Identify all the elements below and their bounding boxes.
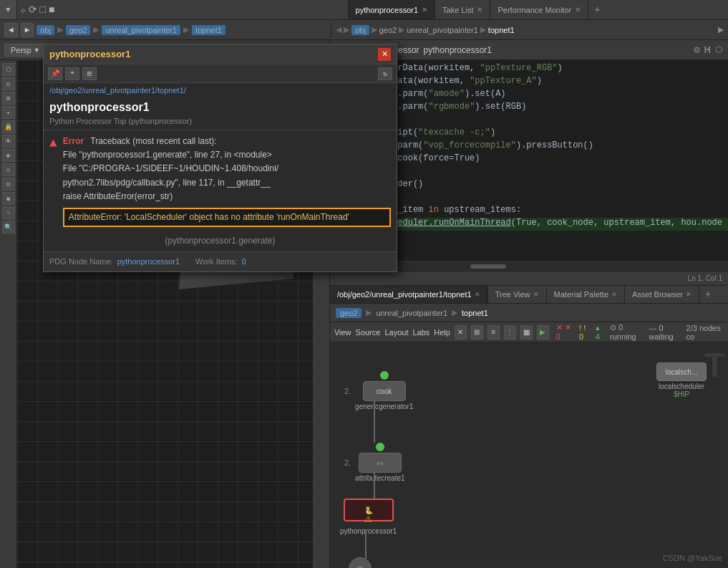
- ng-menu-help[interactable]: Help: [434, 328, 450, 337]
- nav-back-btn[interactable]: ◀: [4, 23, 18, 37]
- icon-btn-8[interactable]: ◇: [2, 163, 15, 176]
- gear-icon[interactable]: ⚙: [694, 44, 699, 56]
- right-bc-expand[interactable]: ▶: [718, 25, 724, 34]
- ng-errors: ✕ ✕ 0: [556, 323, 573, 341]
- bottom-tab-material-label: Material Palette: [554, 290, 608, 299]
- expand-icon[interactable]: ⬡: [715, 44, 722, 55]
- ng-icon-x[interactable]: ✕: [455, 325, 467, 340]
- icon-btn-1[interactable]: ⬡: [2, 63, 15, 76]
- left-panel-icon1[interactable]: ⬦: [20, 4, 26, 16]
- ng-running: ⊙ 0 running: [610, 323, 643, 341]
- node-graph-canvas[interactable]: T localsch... localscheduler $HIP 2. coo…: [330, 342, 728, 568]
- node-genericgenerator1[interactable]: 2. cook genericgenerator1: [344, 371, 413, 410]
- ng-icon-lines[interactable]: ⋮: [504, 325, 516, 340]
- bottom-tab-asset-label: Asset Browser: [632, 290, 683, 299]
- breadcrumb-pivot[interactable]: unreal_pivotpainter1: [102, 25, 180, 35]
- ng-menu-labs[interactable]: Labs: [412, 328, 429, 337]
- right-bc-sep2: ▶: [399, 25, 404, 34]
- breadcrumb-topnet[interactable]: topnet1: [192, 25, 225, 35]
- icon-btn-9[interactable]: ⊡: [2, 178, 15, 191]
- traceback-text: Traceback (most recent call last):: [90, 136, 216, 146]
- left-panel-icon4[interactable]: ■: [49, 4, 54, 16]
- right-bc-arrow2: ▶: [344, 25, 349, 34]
- right-bc-pivot[interactable]: unreal_pivotpainter1: [407, 26, 478, 34]
- h-btn[interactable]: H: [704, 44, 711, 55]
- icon-btn-3[interactable]: ⊞: [2, 92, 15, 105]
- left-panel-icon3[interactable]: □: [40, 4, 46, 16]
- right-bc-geo2[interactable]: geo2: [379, 26, 397, 34]
- icon-btn-4[interactable]: ✦: [2, 106, 15, 119]
- node-localscheduler[interactable]: localsch... localscheduler $HIP: [656, 362, 707, 398]
- ng-menu-source[interactable]: Source: [356, 328, 381, 337]
- bottom-tab-tree-close[interactable]: ✕: [533, 291, 539, 298]
- icon-btn-10[interactable]: ◉: [2, 192, 15, 205]
- ng-bc-sep2: ▶: [452, 308, 457, 317]
- bottom-tab-asset-close[interactable]: ✕: [686, 291, 691, 298]
- right-bc-sep3: ▶: [480, 25, 486, 34]
- tab-close-icon[interactable]: ✕: [422, 6, 427, 14]
- node-output0[interactable]: ▽ output0 Output #0: [344, 557, 376, 568]
- ng-menu-layout[interactable]: Layout: [384, 328, 408, 337]
- localscheduler-ship: $HIP: [674, 390, 689, 398]
- bottom-tab-material[interactable]: Material Palette ✕: [547, 286, 625, 303]
- bottom-tab-tree[interactable]: Tree View ✕: [488, 286, 547, 303]
- error-label: Error: [63, 136, 84, 146]
- right-bc-obj[interactable]: obj: [351, 25, 369, 35]
- node-pythonprocessor1[interactable]: ⚠ 🐍 pythonprocessor1: [340, 499, 397, 535]
- left-panel-icon2[interactable]: ⟳: [29, 4, 37, 16]
- error-dialog: pythonprocessor1 ✕ 📌 + ⊞ ↻ /obj/geo2/unr…: [43, 44, 397, 272]
- tab-take-list[interactable]: Take List ✕: [435, 0, 490, 19]
- bottom-tab-tree-label: Tree View: [495, 290, 530, 299]
- tab-take-close[interactable]: ✕: [477, 6, 482, 14]
- dialog-pin-btn[interactable]: 📌: [48, 67, 62, 80]
- ng-icon-table[interactable]: ▦: [520, 325, 533, 340]
- error-warning-icon: ▲: [49, 136, 57, 150]
- bottom-tab-path-label: /obj/geo2/unreal_pivotpainter1/topnet1: [337, 290, 472, 299]
- python-node-name: pythonprocessor1: [424, 45, 492, 55]
- ng-icon-play[interactable]: ▶: [537, 325, 549, 340]
- dialog-collapse-btn[interactable]: ⊞: [82, 67, 97, 80]
- bottom-tab-material-close[interactable]: ✕: [611, 291, 617, 298]
- tab-perf-close[interactable]: ✕: [575, 6, 581, 14]
- persp-arrow: ▼: [34, 47, 40, 54]
- dialog-refresh-btn[interactable]: ↻: [378, 67, 392, 80]
- bottom-tab-path[interactable]: /obj/geo2/unreal_pivotpainter1/topnet1 ✕: [330, 286, 488, 303]
- bottom-tab-asset[interactable]: Asset Browser ✕: [625, 286, 699, 303]
- nav-forward-btn[interactable]: ▶: [21, 23, 34, 37]
- ng-icon-grid[interactable]: ⊞: [471, 325, 483, 340]
- file-line1: File "pythonprocessor1.generate", line 2…: [63, 148, 391, 162]
- error-highlight-text: AttributeError: 'LocalScheduler' object …: [69, 212, 349, 222]
- icon-btn-7[interactable]: ✱: [2, 149, 15, 162]
- breadcrumb-geo2[interactable]: geo2: [66, 25, 90, 35]
- breadcrumb-sep3: ▶: [183, 25, 189, 34]
- icon-btn-5[interactable]: 🔒: [2, 120, 15, 133]
- icon-btn-2[interactable]: ◎: [2, 77, 15, 90]
- file-line4: raise AttributeError(error_str): [63, 190, 391, 203]
- pythonprocessor1-node-label: pythonprocessor1: [340, 527, 397, 535]
- breadcrumb-sep1: ▶: [57, 25, 63, 34]
- dialog-node-name: pythonprocessor1: [44, 98, 397, 117]
- node-num-2: 2.: [344, 458, 351, 467]
- breadcrumb-obj[interactable]: obj: [37, 25, 54, 35]
- icon-btn-11[interactable]: ⬦: [2, 206, 15, 219]
- icon-btn-12[interactable]: 🔍: [2, 221, 15, 234]
- ng-bc-topnet[interactable]: topnet1: [462, 309, 488, 317]
- persp-button[interactable]: Persp ▼: [4, 44, 47, 57]
- right-bc-topnet[interactable]: topnet1: [488, 26, 515, 34]
- ng-menu-view[interactable]: View: [334, 328, 351, 337]
- tab-pythonprocessor1[interactable]: pythonprocessor1 ✕: [349, 0, 435, 19]
- ng-nodes-count: 2/3 nodes co: [686, 324, 724, 341]
- add-tab-button[interactable]: +: [588, 0, 606, 19]
- tab-perf-label: Performance Monitor: [498, 6, 571, 14]
- dialog-path: /obj/geo2/unreal_pivotpainter1/topnet1/: [44, 83, 397, 98]
- icon-btn-6[interactable]: 👁: [2, 135, 15, 148]
- dialog-close-btn[interactable]: ✕: [378, 48, 391, 61]
- add-bottom-tab[interactable]: +: [699, 286, 717, 303]
- dialog-add-btn[interactable]: +: [65, 67, 79, 80]
- persp-label: Persp: [11, 46, 31, 54]
- ng-icon-bars[interactable]: ≡: [487, 325, 500, 340]
- ng-bc-pivot[interactable]: unreal_pivotpainter1: [376, 309, 447, 317]
- ng-bc-geo2[interactable]: geo2: [336, 308, 361, 318]
- bottom-tab-path-close[interactable]: ✕: [475, 291, 480, 298]
- tab-perf-monitor[interactable]: Performance Monitor ✕: [490, 0, 588, 19]
